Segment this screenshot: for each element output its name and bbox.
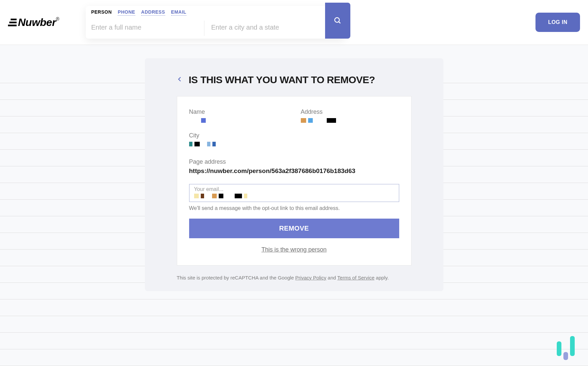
logo-text: Nuwber [18,16,56,29]
chevron-left-icon [177,76,183,82]
wrong-person-link[interactable]: This is the wrong person [189,246,399,253]
search-row [91,18,340,39]
search-tabs: PERSON PHONE ADDRESS EMAIL [91,9,340,16]
email-hint: We'll send a message with the opt-out li… [189,205,399,211]
privacy-policy-link[interactable]: Privacy Policy [295,275,326,280]
terms-link[interactable]: Terms of Service [337,275,375,280]
email-value-redacted [194,194,394,198]
search-button[interactable] [325,3,350,39]
page-title: IS THIS WHAT YOU WANT TO REMOVE? [189,74,375,86]
search-icon [334,17,342,25]
logo[interactable]: Nuwber ® [8,16,59,29]
page-address-value: https://nuwber.com/person/563a2f387686b0… [189,167,399,175]
recaptcha-notice: This site is protected by reCAPTCHA and … [177,275,412,280]
search-panel: PERSON PHONE ADDRESS EMAIL [86,6,345,39]
city-input[interactable] [211,18,304,39]
recaptcha-prefix: This site is protected by reCAPTCHA and … [177,275,295,280]
recaptcha-and: and [326,275,337,280]
field-name: Name [189,108,288,123]
tab-address[interactable]: ADDRESS [141,9,165,16]
logo-registered: ® [56,16,59,22]
address-value-redacted [301,118,399,123]
address-label: Address [301,108,399,115]
main-card: IS THIS WHAT YOU WANT TO REMOVE? Name Ad… [145,58,443,291]
email-input-wrap[interactable]: Your email... [189,184,399,202]
page-address-label: Page address [189,158,399,165]
login-button[interactable]: LOG IN [535,13,580,32]
info-box: Name Address City [177,96,412,266]
tab-email[interactable]: EMAIL [171,9,186,16]
info-grid: Name Address City [189,108,399,146]
input-divider [204,21,204,36]
field-address: Address [301,108,399,123]
recaptcha-apply: apply. [375,275,389,280]
city-value-redacted [189,142,288,146]
back-button[interactable] [177,76,183,84]
svg-line-1 [339,22,340,23]
svg-point-0 [335,18,339,22]
name-value-redacted [189,118,288,123]
city-label: City [189,132,288,139]
field-city: City [189,132,288,146]
title-row: IS THIS WHAT YOU WANT TO REMOVE? [177,74,412,86]
tab-person[interactable]: PERSON [91,9,112,16]
logo-lines-icon [8,19,17,26]
header: Nuwber ® PERSON PHONE ADDRESS EMAIL LOG … [0,0,588,45]
email-placeholder: Your email... [194,186,394,192]
name-label: Name [189,108,288,115]
tab-phone[interactable]: PHONE [118,9,135,16]
remove-button[interactable]: REMOVE [189,219,399,238]
name-input[interactable] [91,18,197,39]
